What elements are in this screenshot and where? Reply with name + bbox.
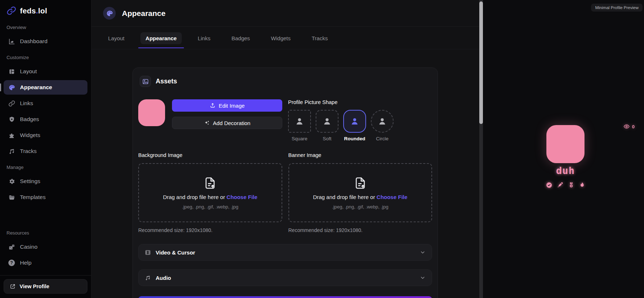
external-link-icon bbox=[10, 283, 16, 289]
banner-image-dropzone[interactable]: Drag and drop file here or Choose File .… bbox=[288, 163, 432, 222]
sidebar-item-links[interactable]: Links bbox=[4, 96, 87, 111]
person-icon bbox=[316, 110, 339, 133]
video-cursor-accordion[interactable]: Video & Cursor bbox=[138, 244, 432, 261]
preview-tooltip: Minimal Profile Preview bbox=[591, 4, 643, 12]
link-icon bbox=[8, 100, 15, 107]
medal-badge-icon bbox=[568, 182, 575, 189]
asset-controls: Edit Image Add Decoration Profile Pictur… bbox=[138, 99, 432, 141]
tab-links[interactable]: Links bbox=[193, 32, 216, 44]
drop-instruction: Drag and drop file here or Choose File bbox=[313, 194, 407, 200]
shape-option-label: Soft bbox=[323, 136, 331, 141]
sidebar-item-label: Dashboard bbox=[20, 38, 48, 45]
sidebar-item-help[interactable]: ? Help bbox=[4, 256, 87, 270]
folder-icon bbox=[8, 194, 15, 201]
recommended-size: Recommended size: 1920x1080. bbox=[288, 227, 432, 233]
film-icon bbox=[145, 249, 151, 256]
profile-picture[interactable] bbox=[138, 99, 165, 126]
audio-label: Audio bbox=[156, 275, 171, 281]
person-icon bbox=[371, 110, 394, 133]
shape-option-label: Rounded bbox=[344, 136, 365, 141]
accepted-formats: .jpeg, .png, .gif, .webp, .jpg bbox=[182, 204, 238, 210]
vertical-scrollbar[interactable] bbox=[479, 0, 483, 298]
tab-widgets[interactable]: Widgets bbox=[266, 32, 296, 44]
shape-option-rounded[interactable]: Rounded bbox=[343, 110, 366, 141]
sidebar-item-tracks[interactable]: Tracks bbox=[4, 144, 87, 158]
sidebar-spacer bbox=[4, 205, 87, 225]
image-icon bbox=[140, 76, 151, 87]
add-decoration-button[interactable]: Add Decoration bbox=[172, 117, 282, 129]
shape-option-circle[interactable]: Circle bbox=[371, 110, 394, 141]
file-upload-icon bbox=[353, 176, 367, 190]
palette-icon bbox=[8, 84, 15, 91]
person-icon bbox=[343, 110, 366, 133]
sidebar-item-dashboard[interactable]: Dashboard bbox=[4, 34, 87, 49]
sidebar-item-label: Links bbox=[20, 100, 33, 107]
sidebar-item-templates[interactable]: Templates bbox=[4, 190, 87, 204]
background-image-section: Background Image Drag and drop file here… bbox=[138, 152, 282, 233]
banner-image-section: Banner Image Drag and drop file here or … bbox=[288, 152, 432, 233]
choose-file-link[interactable]: Choose File bbox=[377, 194, 407, 200]
sidebar-item-layout[interactable]: Layout bbox=[4, 64, 87, 79]
background-image-dropzone[interactable]: Drag and drop file here or Choose File .… bbox=[138, 163, 282, 222]
preview-badges bbox=[546, 182, 586, 189]
assets-card-header: Assets bbox=[138, 76, 432, 87]
sidebar-item-label: Badges bbox=[20, 116, 39, 123]
edit-image-label: Edit Image bbox=[219, 103, 245, 109]
upload-icon bbox=[210, 103, 216, 108]
dice-icon bbox=[8, 243, 15, 251]
sidebar-item-label: Widgets bbox=[20, 132, 40, 138]
page-header: Appearance bbox=[91, 0, 479, 27]
shape-option-square[interactable]: Square bbox=[288, 110, 311, 141]
tab-badges[interactable]: Badges bbox=[226, 32, 255, 44]
sidebar-item-casino[interactable]: Casino bbox=[4, 240, 87, 254]
flame-badge-icon bbox=[579, 182, 586, 189]
paintbrush-badge-icon bbox=[557, 182, 563, 189]
audio-accordion[interactable]: Audio bbox=[138, 269, 432, 286]
tab-tracks[interactable]: Tracks bbox=[307, 32, 333, 44]
layout-icon bbox=[8, 68, 15, 75]
section-customize: Customize bbox=[4, 49, 87, 63]
assets-card-title: Assets bbox=[156, 78, 177, 85]
gear-icon bbox=[8, 178, 15, 185]
video-cursor-label: Video & Cursor bbox=[156, 249, 195, 256]
preview-username: duh bbox=[539, 165, 592, 176]
section-manage: Manage bbox=[4, 159, 87, 173]
palette-header-icon bbox=[103, 7, 116, 20]
preview-avatar[interactable] bbox=[546, 125, 584, 163]
sidebar-item-settings[interactable]: Settings bbox=[4, 174, 87, 189]
brand[interactable]: feds.lol bbox=[4, 5, 87, 19]
chevron-down-icon bbox=[420, 275, 426, 281]
sidebar-item-label: Tracks bbox=[20, 148, 37, 154]
sidebar-item-widgets[interactable]: Widgets bbox=[4, 128, 87, 142]
person-icon bbox=[288, 110, 311, 133]
profile-preview-panel: Minimal Profile Preview 0 duh bbox=[483, 0, 644, 298]
assets-card: Assets Edit Image bbox=[132, 67, 438, 298]
shape-section-label: Profile Picture Shape bbox=[288, 99, 394, 105]
background-image-label: Background Image bbox=[138, 152, 282, 158]
verified-badge-icon bbox=[546, 182, 553, 189]
section-overview: Overview bbox=[4, 19, 87, 33]
scrollbar-thumb[interactable] bbox=[479, 1, 483, 124]
shield-star-icon bbox=[8, 116, 15, 123]
sidebar-item-badges[interactable]: Badges bbox=[4, 112, 87, 127]
tab-appearance[interactable]: Appearance bbox=[140, 32, 182, 44]
active-indicator bbox=[0, 83, 1, 91]
shape-option-soft[interactable]: Soft bbox=[316, 110, 339, 141]
profile-picture-shape: Profile Picture Shape Square bbox=[288, 99, 394, 141]
chain-link-logo-icon bbox=[7, 6, 16, 16]
save-button[interactable]: Save bbox=[138, 296, 432, 298]
view-profile-button[interactable]: View Profile bbox=[4, 279, 87, 294]
section-resources: Resources bbox=[4, 225, 87, 239]
tab-layout[interactable]: Layout bbox=[103, 32, 130, 44]
chevron-down-icon bbox=[420, 249, 426, 255]
file-upload-icon bbox=[203, 176, 217, 190]
add-decoration-label: Add Decoration bbox=[213, 120, 250, 126]
sidebar-footer: View Profile bbox=[0, 275, 91, 294]
shape-option-label: Square bbox=[292, 136, 308, 141]
upload-sections: Background Image Drag and drop file here… bbox=[138, 152, 432, 233]
edit-image-button[interactable]: Edit Image bbox=[172, 99, 282, 112]
sidebar-item-appearance[interactable]: Appearance bbox=[4, 80, 87, 95]
recommended-size: Recommended size: 1920x1080. bbox=[138, 227, 282, 233]
page-title: Appearance bbox=[122, 9, 165, 18]
choose-file-link[interactable]: Choose File bbox=[226, 194, 257, 200]
